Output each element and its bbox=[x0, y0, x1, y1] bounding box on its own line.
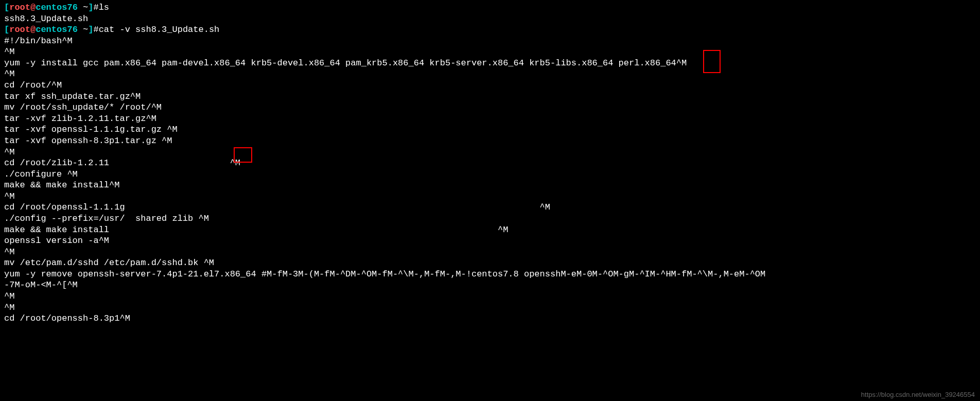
prompt-host: centos76 bbox=[36, 25, 78, 34]
bracket-open: [ bbox=[4, 3, 9, 12]
output-line: make && make install ^M bbox=[4, 224, 976, 236]
output-line: mv /root/ssh_update/* /root/^M bbox=[4, 102, 976, 113]
output-line: cd /root/openssh-8.3p1^M bbox=[4, 313, 976, 324]
prompt-path: ~ bbox=[83, 25, 88, 34]
prompt-user: root bbox=[9, 3, 30, 12]
output-line: ^M bbox=[4, 191, 976, 202]
output-line: yum -y remove openssh-server-7.4p1-21.el… bbox=[4, 269, 976, 280]
output-line: openssl version -a^M bbox=[4, 235, 976, 247]
bracket-open: [ bbox=[4, 25, 9, 34]
output-line: ^M bbox=[4, 68, 976, 80]
prompt-line-1: [root@centos76 ~]#ls bbox=[4, 2, 976, 13]
prompt-space bbox=[78, 25, 83, 34]
output-line: make && make install^M bbox=[4, 180, 976, 191]
prompt-line-2: [root@centos76 ~]#cat -v ssh8.3_Update.s… bbox=[4, 24, 976, 36]
terminal-output[interactable]: [root@centos76 ~]#ls ssh8.3_Update.sh [r… bbox=[4, 2, 976, 324]
output-line: ./config --prefix=/usr/ shared zlib ^M bbox=[4, 213, 976, 224]
output-line: #!/bin/bash^M bbox=[4, 36, 976, 47]
prompt-host: centos76 bbox=[36, 3, 78, 12]
output-line: tar -xvf zlib-1.2.11.tar.gz^M bbox=[4, 113, 976, 125]
bracket-close: ] bbox=[88, 25, 93, 34]
output-line: cd /root/openssl-1.1.1g ^M bbox=[4, 202, 976, 213]
prompt-space bbox=[78, 3, 83, 12]
output-line: ^M bbox=[4, 46, 976, 58]
output-line: ^M bbox=[4, 291, 976, 302]
prompt-at: @ bbox=[30, 25, 36, 34]
output-line: tar -xvf openssh-8.3p1.tar.gz ^M bbox=[4, 135, 976, 147]
output-line: cd /root/zlib-1.2.11 ^M bbox=[4, 158, 976, 169]
prompt-hash: # bbox=[93, 25, 98, 34]
output-line: ./configure ^M bbox=[4, 169, 976, 180]
output-line: -7M-oM-<M-^[^M bbox=[4, 280, 976, 291]
output-line: yum -y install gcc pam.x86_64 pam-devel.… bbox=[4, 58, 976, 69]
command-2: cat -v ssh8.3_Update.sh bbox=[99, 25, 220, 34]
command-1: ls bbox=[99, 3, 109, 12]
output-line: tar xf ssh_update.tar.gz^M bbox=[4, 91, 976, 102]
output-line: mv /etc/pam.d/sshd /etc/pam.d/sshd.bk ^M bbox=[4, 257, 976, 269]
output-line: ^M bbox=[4, 302, 976, 313]
prompt-hash: # bbox=[93, 3, 98, 12]
output-line: ^M bbox=[4, 147, 976, 158]
bracket-close: ] bbox=[88, 3, 93, 12]
prompt-at: @ bbox=[30, 3, 36, 12]
prompt-user: root bbox=[9, 25, 30, 34]
output-line: ssh8.3_Update.sh bbox=[4, 13, 976, 25]
output-line: cd /root/^M bbox=[4, 80, 976, 91]
prompt-path: ~ bbox=[83, 3, 88, 12]
output-line: tar -xvf openssl-1.1.1g.tar.gz ^M bbox=[4, 124, 976, 135]
output-line: ^M bbox=[4, 247, 976, 258]
watermark-text: https://blog.csdn.net/weixin_39246554 bbox=[861, 391, 975, 399]
